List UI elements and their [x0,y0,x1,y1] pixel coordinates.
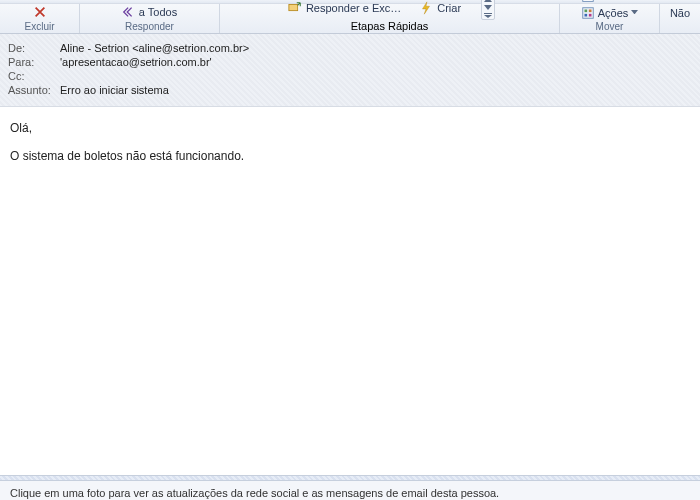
acoes-button[interactable]: Ações [578,5,642,21]
message-header: De: Aline - Setrion <aline@setrion.com.b… [0,34,700,107]
svg-rect-2 [582,0,593,1]
ribbon-group-nao: Não [660,4,700,33]
value-de: Aline - Setrion <aline@setrion.com.br> [60,42,249,54]
svg-rect-8 [589,14,592,17]
message-body: Olá, O sistema de boletos não está funci… [0,107,700,475]
quickstep-criar-label: Criar [437,2,461,14]
delete-icon [33,5,47,19]
acoes-label: Ações [598,7,629,19]
quickstep-up[interactable] [482,0,494,3]
from-email: <aline@setrion.com.br> [132,42,249,54]
ribbon-group-etapas: Responder e Exc… Criar Etapas Rápidas [220,4,560,33]
label-assunto: Assunto: [8,84,60,96]
group-label-mover: Mover [596,21,624,32]
chevron-down-icon [631,10,638,17]
from-name: Aline - Setrion [60,42,132,54]
reply-all-button[interactable]: a Todos [118,3,181,21]
body-line-1: Olá, [10,121,690,135]
lightning-icon [419,1,433,15]
delete-button[interactable] [29,3,51,21]
group-label-responder: Responder [125,21,174,32]
svg-rect-7 [584,14,587,17]
reply-all-icon [122,5,136,19]
group-label-etapas: Etapas Rápidas [351,20,429,32]
nao-label: Não [670,7,690,19]
svg-rect-4 [582,8,593,19]
group-label-excluir: Excluir [24,21,54,32]
quickstep-more[interactable] [482,12,494,19]
quickstep-scroll [481,0,495,20]
body-line-2: O sistema de boletos não está funcionand… [10,149,690,163]
quickstep-reply-delete-label: Responder e Exc… [306,2,401,14]
svg-rect-6 [589,10,592,13]
quickstep-criar[interactable]: Criar [415,0,465,17]
ribbon: Excluir a Todos Responder Responder e Ex… [0,4,700,34]
footer-text: Clique em uma foto para ver as atualizaç… [10,487,499,499]
rules-icon [581,0,595,4]
svg-rect-1 [484,13,492,14]
quickstep-reply-delete[interactable]: Responder e Exc… [284,0,405,17]
label-para: Para: [8,56,60,68]
reply-delete-icon [288,1,302,15]
people-pane-footer[interactable]: Clique em uma foto para ver as atualizaç… [0,481,700,500]
chevron-down-icon [598,0,605,1]
ribbon-group-responder: a Todos Responder [80,4,220,33]
svg-rect-0 [289,4,298,10]
ribbon-group-excluir: Excluir [0,4,80,33]
ribbon-group-mover: Ações Mover [560,4,660,33]
label-de: De: [8,42,60,54]
reply-all-label: a Todos [139,6,177,18]
actions-icon [581,6,595,20]
nao-button[interactable]: Não [666,5,694,21]
group-label-empty [679,21,682,32]
label-cc: Cc: [8,70,60,82]
value-para: 'apresentacao@setrion.com.br' [60,56,212,68]
svg-rect-5 [584,10,587,13]
quickstep-down[interactable] [482,4,494,11]
value-assunto: Erro ao iniciar sistema [60,84,169,96]
